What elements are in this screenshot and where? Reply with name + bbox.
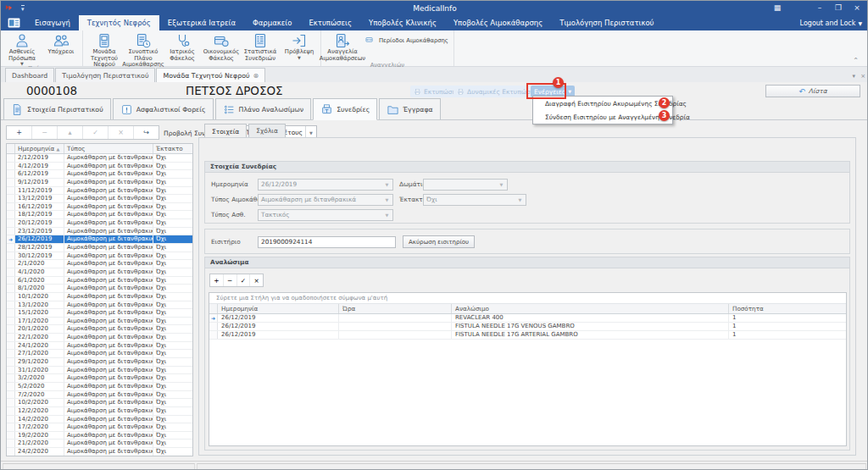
menu-tab-Εκτυπώσεις[interactable]: Εκτυπώσεις [300, 15, 360, 30]
tab-scroll-controls[interactable]: ▾× [853, 73, 865, 80]
session-row[interactable]: 12/2/2020Αιμοκάθαρση με διτανθρακικάΌχι [7, 407, 192, 416]
column-header-date[interactable]: Ημερομηνία [218, 304, 339, 313]
session-row[interactable]: 5/2/2020Αιμοκάθαρση με διτανθρακικάΌχι [7, 383, 192, 391]
session-row[interactable]: 7/2/2020Αιμοκάθαρση με διτανθρακικάΌχι [7, 391, 192, 400]
menu-tab-Τεχνητός Νεφρός[interactable]: Τεχνητός Νεφρός [79, 15, 159, 30]
session-row[interactable]: 28/12/2019Αιμοκάθαρση με διτανθρακικάΌχι [7, 244, 192, 252]
session-row[interactable]: 29/1/2020Αιμοκάθαρση με διτανθρακικάΌχι [7, 358, 192, 367]
cancel-ticket-button[interactable]: Ακύρωση εισιτηρίου [403, 235, 475, 248]
list-button[interactable]: ↶ Λίστα [765, 85, 860, 97]
session-row[interactable]: 10/2/2020Αιμοκάθαρση με διτανθρακικάΌχι [7, 399, 192, 407]
apply-button[interactable]: ✓ [237, 274, 251, 286]
session-row[interactable]: 9/12/2019Αιμοκάθαρση με διτανθρακικάΌχι [7, 179, 192, 187]
close-button[interactable]: × [849, 2, 865, 14]
file-menu-button[interactable] [1, 15, 26, 30]
menu-tab-Φαρμακείο[interactable]: Φαρμακείο [244, 15, 300, 30]
session-row[interactable]: 2/12/2019Αιμοκάθαρση με διτανθρακικάΌχι [7, 154, 192, 163]
restore-button[interactable]: ❐ [830, 2, 847, 14]
ribbon-button[interactable]: Οικονομικός Φάκελος [202, 31, 241, 62]
dialysis-type-combo[interactable]: Αιμοκάθαρση με διτανθρακικά▼ [258, 194, 393, 206]
session-row[interactable]: 17/2/2020Αιμοκάθαρση με διτανθρακικάΌχι [7, 423, 192, 432]
cancel-button[interactable]: × [108, 126, 134, 139]
session-row[interactable]: 22/1/2020Αιμοκάθαρση με διτανθρακικάΌχι [7, 334, 192, 342]
session-row[interactable]: 2/1/2020Αιμοκάθαρση με διτανθρακικάΌχι [7, 260, 192, 268]
consumable-row[interactable]: 26/12/2019FISTULA NEEDLE 17G ARTERIAL GA… [209, 331, 846, 340]
details-tab-Σχόλια[interactable]: Σχόλια [248, 124, 286, 137]
menu-tab-Υποβολές Αιμοκάθαρσης[interactable]: Υποβολές Αιμοκάθαρσης [445, 15, 551, 30]
column-header-date[interactable]: Ημερομηνία ▲ [15, 144, 64, 153]
menu-tab-Εξωτερικά Ιατρεία[interactable]: Εξωτερικά Ιατρεία [159, 15, 244, 30]
menu-tab-Υποβολές Κλινικής[interactable]: Υποβολές Κλινικής [360, 15, 445, 30]
minimize-button[interactable]: – [811, 2, 828, 14]
session-row[interactable]: 18/12/2019Αιμοκάθαρση με διτανθρακικάΌχι [7, 211, 192, 219]
session-row[interactable]: 30/12/2019Αιμοκάθαρση με διτανθρακικάΌχι [7, 252, 192, 261]
session-row[interactable]: 31/1/2020Αιμοκάθαρση με διτανθρακικάΌχι [7, 367, 192, 375]
apply-button[interactable]: ✓ [83, 126, 108, 139]
document-tab[interactable]: Dashboard [5, 68, 54, 82]
session-row[interactable]: 21/2/2020Αιμοκάθαρση με διτανθρακικάΌχι [7, 440, 192, 448]
ribbon-button[interactable]: Αναγγελία Αιμοκαθάρσεων [323, 31, 362, 62]
column-header-qty[interactable]: Ποσότητα [729, 304, 846, 313]
actions-menu-item[interactable]: Σύνδεση Εισιτηρίου με Αναγγελμένη Συνεδρ… [533, 110, 672, 124]
patient-type-combo[interactable]: Τακτικός▼ [258, 209, 393, 221]
session-row[interactable]: 16/12/2019Αιμοκάθαρση με διτανθρακικάΌχι [7, 203, 192, 212]
ribbon-button[interactable]: Πρόβλεψη▼ [280, 31, 319, 59]
ribbon-button[interactable]: Ιατρικός Φάκελος [163, 31, 202, 62]
delete-button[interactable]: − [224, 274, 237, 286]
session-row[interactable]: 10/1/2020Αιμοκάθαρση με διτανθρακικάΌχι [7, 293, 192, 301]
ribbon-button[interactable]: Συνοπτικό Πλάνο Αιμοκάθαρσης [124, 31, 163, 69]
session-row[interactable]: 24/1/2020Αιμοκάθαρση με διτανθρακικάΌχι [7, 342, 192, 351]
session-row[interactable]: 4/1/2020Αιμοκάθαρση με διτανθρακικάΌχι [7, 268, 192, 277]
date-combo[interactable]: 26/12/2019▼ [258, 179, 393, 191]
session-row[interactable]: 8/1/2020Αιμοκάθαρση με διτανθρακικάΌχι [7, 285, 192, 293]
session-row[interactable]: 23/12/2019Αιμοκάθαρση με διτανθρακικάΌχι [7, 228, 192, 236]
session-row[interactable]: 24/2/2020Αιμοκάθαρση με διτανθρακικάΌχι [7, 448, 192, 456]
chevron-down-icon[interactable]: ▾ [853, 73, 856, 80]
column-header-type[interactable]: Τύπος [64, 144, 153, 153]
session-row[interactable]: 19/2/2020Αιμοκάθαρση με διτανθρακικάΌχι [7, 432, 192, 440]
consumable-row[interactable]: ➜26/12/2019REVACLEAR 4001 [209, 314, 846, 323]
session-row[interactable]: 17/1/2020Αιμοκάθαρση με διτανθρακικάΌχι [7, 318, 192, 326]
session-row[interactable]: ➜26/12/2019Αιμοκάθαρση με διτανθρακικάΌχ… [7, 235, 192, 244]
session-row[interactable]: 6/12/2019Αιμοκάθαρση με διτανθρακικάΌχι [7, 170, 192, 179]
session-row[interactable]: 13/12/2019Αιμοκάθαρση με διτανθρακικάΌχι [7, 195, 192, 203]
document-tab[interactable]: Μονάδα Τεχνητού Νεφρού⊗ [156, 68, 265, 82]
ribbon-button[interactable]: Ασθενείς Πρόσωπα▼ [3, 31, 42, 65]
collapse-ribbon-icon[interactable]: ⌃ [853, 57, 859, 64]
session-row[interactable]: 14/2/2020Αιμοκάθαρση με διτανθρακικάΌχι [7, 416, 192, 424]
cancel-button[interactable]: × [250, 274, 263, 286]
room-combo[interactable]: ▼ [423, 179, 508, 191]
session-row[interactable]: 11/12/2019Αιμοκάθαρση με διτανθρακικάΌχι [7, 187, 192, 196]
menu-tab-Τιμολόγηση Περιστατικού[interactable]: Τιμολόγηση Περιστατικού [551, 15, 662, 30]
ribbon-button[interactable]: Στατιστικά Συνεδριών [241, 31, 280, 62]
session-row[interactable]: 6/1/2020Αιμοκάθαρση με διτανθρακικάΌχι [7, 277, 192, 285]
session-row[interactable]: 3/2/2020Αιμοκάθαρση με διτανθρακικάΌχι [7, 374, 192, 383]
tab-Στοιχεία Περιστατικού[interactable]: Στοιχεία Περιστατικού [3, 98, 111, 119]
tab-Έγγραφα[interactable]: Έγγραφα [379, 98, 440, 119]
edit-button[interactable]: ▴ [58, 126, 83, 139]
tab-Πλάνο Αναλωσίμων[interactable]: Πλάνο Αναλωσίμων [215, 98, 312, 119]
column-header-extra[interactable]: Έκτακτο [153, 144, 192, 153]
tab-Συνεδρίες[interactable]: Συνεδρίες [313, 98, 377, 120]
close-tab-icon[interactable]: ⊗ [253, 72, 259, 80]
tab-Ασφαλιστικοί Φορείς[interactable]: Ασφαλιστικοί Φορείς [113, 98, 214, 119]
close-icon[interactable]: × [860, 73, 865, 80]
ticket-input[interactable]: 2019000924114 [258, 236, 396, 248]
add-button[interactable]: + [7, 126, 32, 139]
menu-tab-Εισαγωγή[interactable]: Εισαγωγή [26, 15, 79, 30]
logout-and-lock-button[interactable]: Logout and Lock▼ [800, 15, 862, 30]
extra-combo[interactable]: Όχι▼ [423, 194, 526, 206]
ribbon-button[interactable]: Υπόχρεοι [42, 31, 81, 56]
delete-button[interactable]: − [32, 126, 58, 139]
column-header-time[interactable]: Ώρα [339, 304, 452, 313]
session-row[interactable]: 27/1/2020Αιμοκάθαρση με διτανθρακικάΌχι [7, 350, 192, 358]
session-row[interactable]: 20/1/2020Αιμοκάθαρση με διτανθρακικάΌχι [7, 325, 192, 334]
add-button[interactable]: + [210, 274, 224, 286]
ribbon-button[interactable]: Περίοδοι Αιμοκάθαρσης [362, 35, 452, 47]
column-header-item[interactable]: Αναλώσιμο [452, 304, 729, 313]
consumable-row[interactable]: 26/12/2019FISTULA NEEDLE 17G VENOUS GAMB… [209, 323, 846, 331]
refresh-button[interactable]: ↪ [134, 126, 159, 139]
session-row[interactable]: 20/12/2019Αιμοκάθαρση με διτανθρακικάΌχι [7, 219, 192, 228]
session-row[interactable]: 13/1/2020Αιμοκάθαρση με διτανθρακικάΌχι [7, 301, 192, 310]
session-row[interactable]: 15/1/2020Αιμοκάθαρση με διτανθρακικάΌχι [7, 309, 192, 318]
